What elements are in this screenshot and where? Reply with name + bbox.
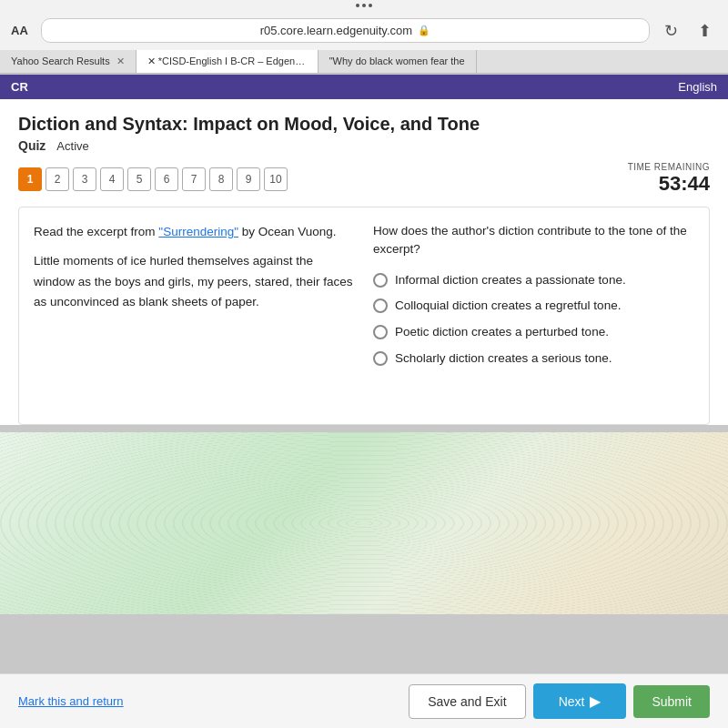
next-arrow-icon: ▶ (590, 693, 601, 710)
dot-3 (369, 4, 372, 7)
tab-article-label: "Why do black women fear the (329, 56, 465, 66)
radio-4[interactable] (373, 351, 388, 366)
wave-background (0, 432, 728, 614)
answer-option-4[interactable]: Scholarly diction creates a serious tone… (373, 350, 694, 368)
quiz-label: Quiz (18, 138, 46, 153)
answer-option-3[interactable]: Poetic diction creates a perturbed tone. (373, 324, 694, 341)
browser-dots-menu (0, 0, 728, 11)
url-bar[interactable]: r05.core.learn.edgenuity.com 🔒 (41, 18, 650, 43)
tab-edgenuity[interactable]: ✕ *CISD-English I B-CR – Edgenuity.com (136, 50, 318, 73)
question-num-2[interactable]: 2 (46, 167, 69, 191)
answer-label-2: Colloquial diction creates a regretful t… (395, 298, 621, 315)
passage-section: Read the excerpt from "Surrendering" by … (34, 222, 355, 410)
question-num-10[interactable]: 10 (264, 167, 288, 191)
question-num-5[interactable]: 5 (127, 167, 151, 191)
passage-text: Little moments of ice hurled themselves … (34, 251, 355, 314)
question-numbers: 1 2 3 4 5 6 7 8 9 10 (18, 167, 288, 191)
question-num-4[interactable]: 4 (100, 167, 124, 191)
answer-option-1[interactable]: Informal diction creates a passionate to… (373, 272, 694, 289)
timer-value: 53:44 (628, 172, 710, 196)
passage-title-link[interactable]: "Surrendering" (158, 225, 238, 238)
question-section: How does the author's diction contribute… (373, 222, 694, 410)
submit-button[interactable]: Submit (633, 685, 710, 718)
question-num-9[interactable]: 9 (237, 167, 260, 191)
question-nav-row: 1 2 3 4 5 6 7 8 9 10 TIME REMAINING 53:4… (18, 162, 710, 196)
timer-block: TIME REMAINING 53:44 (628, 162, 710, 196)
tab-yahoo-label: Yahoo Search Results (11, 56, 110, 66)
tab-edgenuity-text: *CISD-English I B-CR – Edgenuity.com (158, 56, 318, 66)
passage-author: by Ocean Vuong. (242, 225, 337, 238)
dot-2 (362, 4, 366, 7)
answer-option-2[interactable]: Colloquial diction creates a regretful t… (373, 298, 694, 315)
browser-chrome: AA r05.core.learn.edgenuity.com 🔒 ↻ ⬆ Ya… (0, 0, 728, 75)
question-num-7[interactable]: 7 (182, 167, 206, 191)
next-button-label: Next (559, 694, 585, 709)
next-button[interactable]: Next ▶ (533, 683, 627, 719)
dot-1 (356, 4, 359, 7)
browser-toolbar: AA r05.core.learn.edgenuity.com 🔒 ↻ ⬆ (0, 11, 728, 50)
answer-label-4: Scholarly diction creates a serious tone… (395, 350, 612, 368)
question-num-1[interactable]: 1 (18, 167, 42, 191)
question-area: Read the excerpt from "Surrendering" by … (18, 207, 710, 425)
save-exit-button[interactable]: Save and Exit (409, 684, 525, 719)
app-navbar: CR English (0, 75, 728, 99)
active-badge: Active (56, 139, 88, 153)
lock-icon: 🔒 (418, 25, 430, 36)
mark-return-link[interactable]: Mark this and return (18, 694, 124, 708)
question-num-3[interactable]: 3 (73, 167, 96, 191)
footer-bar: Mark this and return Save and Exit Next … (0, 673, 728, 728)
page-title: Diction and Syntax: Impact on Mood, Voic… (18, 114, 710, 135)
radio-2[interactable] (373, 298, 388, 313)
quiz-meta: Quiz Active (18, 138, 710, 153)
url-text: r05.core.learn.edgenuity.com (260, 24, 412, 37)
answer-label-3: Poetic diction creates a perturbed tone. (395, 324, 609, 341)
question-num-6[interactable]: 6 (155, 167, 178, 191)
question-num-8[interactable]: 8 (209, 167, 233, 191)
aa-button[interactable]: AA (11, 24, 28, 37)
passage-intro: Read the excerpt from "Surrendering" by … (34, 222, 355, 242)
passage-intro-text: Read the excerpt from (34, 225, 156, 238)
answer-label-1: Informal diction creates a passionate to… (395, 272, 626, 289)
main-content: Diction and Syntax: Impact on Mood, Voic… (0, 99, 728, 425)
tab-edgenuity-label: ✕ (147, 56, 158, 66)
tab-yahoo[interactable]: Yahoo Search Results ✕ (0, 50, 136, 73)
answer-options: Informal diction creates a passionate to… (373, 272, 694, 369)
nav-english: English (678, 80, 717, 94)
refresh-button[interactable]: ↻ (659, 21, 683, 41)
browser-tabs: Yahoo Search Results ✕ ✕ *CISD-English I… (0, 50, 728, 74)
nav-cr: CR (11, 80, 28, 94)
footer-buttons: Save and Exit Next ▶ Submit (409, 683, 710, 719)
share-button[interactable]: ⬆ (693, 21, 717, 41)
tab-yahoo-close[interactable]: ✕ (116, 56, 125, 67)
question-text: How does the author's diction contribute… (373, 222, 694, 259)
radio-1[interactable] (373, 273, 388, 288)
radio-3[interactable] (373, 325, 388, 339)
timer-label: TIME REMAINING (628, 162, 710, 172)
tab-article[interactable]: "Why do black women fear the (318, 50, 477, 73)
